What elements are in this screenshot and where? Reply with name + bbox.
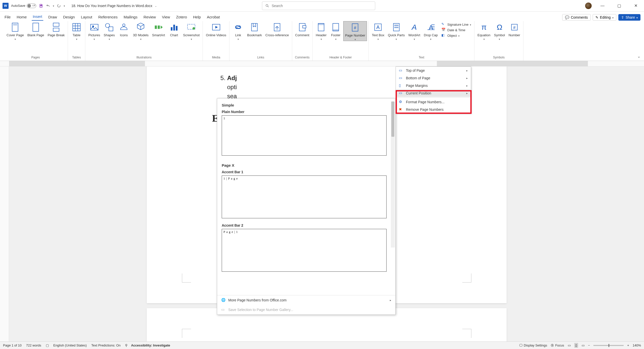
print-layout-button[interactable]: ▯ — [574, 343, 578, 348]
share-button[interactable]: ⇪Share▾ — [618, 14, 640, 21]
editing-button[interactable]: ✎Editing▾ — [593, 14, 616, 21]
tab-view[interactable]: View — [161, 13, 171, 21]
pictures-button[interactable]: Pictures▾ — [87, 21, 102, 41]
text-box-button[interactable]: AText Box▾ — [370, 21, 386, 41]
spellcheck-icon[interactable]: ▢ — [46, 343, 49, 347]
tab-help[interactable]: Help — [192, 13, 202, 21]
word-count[interactable]: 722 words — [26, 343, 41, 347]
search-box[interactable] — [262, 2, 375, 10]
horizontal-ruler[interactable] — [0, 61, 644, 66]
text-box-icon: A — [373, 22, 383, 32]
tab-references[interactable]: References — [97, 13, 119, 21]
text-predictions-status[interactable]: Text Predictions: On — [91, 343, 121, 347]
chart-button[interactable]: Chart — [167, 21, 181, 37]
gallery-scrollbar[interactable] — [391, 101, 395, 248]
user-avatar[interactable] — [585, 3, 592, 9]
tab-mailings[interactable]: Mailings — [123, 13, 138, 21]
header-button[interactable]: Header▾ — [314, 21, 328, 41]
gallery-item-plain-number[interactable]: 1 — [222, 115, 387, 156]
tab-review[interactable]: Review — [142, 13, 157, 21]
chevron-down-icon: ▾ — [458, 34, 460, 37]
tab-insert[interactable]: Insert — [32, 13, 43, 21]
signature-line-button[interactable]: ✎Signature Line▾ — [441, 22, 471, 27]
online-videos-button[interactable]: Online Videos — [204, 21, 228, 37]
date-time-button[interactable]: 📅Date & Time — [441, 28, 471, 32]
menu-top-of-page[interactable]: ▭Top of Page▸ — [396, 67, 471, 74]
comments-button[interactable]: 💬Comments — [562, 14, 591, 21]
smartart-button[interactable]: SmartArt — [150, 21, 166, 37]
menu-label: Format Page Numbers... — [406, 100, 444, 104]
qat-customize-icon[interactable]: ▾ — [64, 5, 65, 7]
link-button[interactable]: Link▾ — [231, 21, 245, 41]
close-button[interactable]: ✕ — [630, 2, 641, 10]
maximize-button[interactable]: ▢ — [613, 2, 625, 10]
web-layout-button[interactable]: ▭ — [582, 343, 585, 347]
symbol-button[interactable]: ΩSymbol▾ — [493, 21, 507, 41]
scrollbar-thumb[interactable] — [391, 101, 394, 137]
bookmark-button[interactable]: Bookmark — [246, 21, 263, 37]
autosave-toggle[interactable]: Off — [27, 4, 36, 8]
gallery-scroll-area[interactable]: Simple Plain Number 1 Page X Accent Bar … — [217, 98, 395, 295]
ribbon-collapse-icon[interactable]: ⌄ — [637, 54, 640, 59]
redo-icon[interactable] — [57, 4, 61, 8]
focus-button[interactable]: ⦿Focus — [551, 343, 564, 347]
3d-models-button[interactable]: 3D Models▾ — [131, 21, 150, 41]
wordart-button[interactable]: AWordArt▾ — [407, 21, 422, 41]
accessibility-status[interactable]: ⚲ Accessibility: Investigate — [125, 343, 170, 347]
menu-bottom-of-page[interactable]: ▭Bottom of Page▸ — [396, 74, 471, 82]
tab-draw[interactable]: Draw — [47, 13, 58, 21]
number-button[interactable]: #Number — [507, 21, 522, 37]
tab-layout[interactable]: Layout — [80, 13, 93, 21]
page-break-button[interactable]: Page Break — [46, 21, 66, 37]
tabbar-right: 💬Comments ✎Editing▾ ⇪Share▾ — [562, 14, 640, 21]
quick-parts-button[interactable]: Quick Parts▾ — [386, 21, 406, 41]
language-status[interactable]: English (United States) — [53, 343, 87, 347]
vertical-ruler[interactable] — [0, 66, 9, 341]
gallery-item-accent-bar-1[interactable]: 1 | P a g e — [222, 176, 387, 218]
icons-button[interactable]: Icons — [117, 21, 131, 37]
undo-icon[interactable] — [46, 4, 50, 8]
svg-point-24 — [193, 27, 195, 30]
undo-dropdown-icon[interactable]: ▾ — [53, 5, 54, 7]
zoom-out-button[interactable]: − — [588, 343, 590, 347]
zoom-level[interactable]: 140% — [633, 343, 641, 347]
read-mode-button[interactable]: ▭ — [568, 343, 571, 347]
tab-home[interactable]: Home — [16, 13, 28, 21]
blank-page-button[interactable]: Blank Page — [26, 21, 46, 37]
zoom-slider[interactable] — [593, 345, 624, 346]
shapes-button[interactable]: Shapes▾ — [102, 21, 116, 41]
gallery-item-accent-bar-2[interactable]: P a g e | 1 — [222, 229, 387, 272]
object-icon: ◧ — [441, 33, 446, 38]
menu-current-position[interactable]: ▭Current Position▸ — [396, 89, 471, 97]
comment-button[interactable]: Comment — [294, 21, 311, 37]
menu-format-page-numbers[interactable]: ⚙Format Page Numbers... — [396, 98, 471, 106]
zoom-in-button[interactable]: + — [627, 343, 629, 347]
tab-file[interactable]: File — [4, 13, 12, 21]
globe-icon: 🌐 — [221, 298, 226, 302]
drop-cap-button[interactable]: ADrop Cap▾ — [422, 21, 439, 41]
display-settings-button[interactable]: 🖵Display Settings — [519, 343, 547, 347]
footer-button[interactable]: Footer▾ — [329, 21, 343, 41]
table-button[interactable]: Table▾ — [69, 21, 84, 41]
cover-page-button[interactable]: Cover Page▾ — [5, 21, 25, 41]
page-number-button[interactable]: #Page Number▾ — [343, 21, 367, 41]
doc-title-dropdown-icon[interactable]: ⌄ — [155, 5, 157, 7]
minimize-button[interactable]: — — [597, 2, 608, 10]
tab-design[interactable]: Design — [62, 13, 76, 21]
object-button[interactable]: ◧Object▾ — [441, 33, 471, 38]
menu-remove-page-numbers[interactable]: ✖Remove Page Numbers — [396, 106, 471, 113]
page-count[interactable]: Page 1 of 10 — [3, 343, 22, 347]
word-app-icon[interactable]: W — [3, 3, 9, 9]
save-icon[interactable] — [39, 4, 43, 8]
search-input[interactable] — [272, 4, 372, 8]
more-page-numbers-button[interactable]: 🌐More Page Numbers from Office.com▸ — [217, 295, 395, 305]
menu-page-margins[interactable]: ▯Page Margins▸ — [396, 82, 471, 89]
tab-acrobat[interactable]: Acrobat — [206, 13, 221, 21]
screenshot-button[interactable]: Screenshot▾ — [182, 21, 201, 41]
cross-reference-button[interactable]: Cross-reference — [264, 21, 290, 37]
document-title[interactable]: 18. How Do You Insert Page Numbers in Wo… — [71, 4, 152, 8]
quick-parts-label: Quick Parts — [388, 33, 405, 37]
tab-zotero[interactable]: Zotero — [175, 13, 188, 21]
equation-button[interactable]: πEquation▾ — [476, 21, 492, 41]
autosave-toggle-group[interactable]: AutoSave Off — [11, 4, 36, 8]
